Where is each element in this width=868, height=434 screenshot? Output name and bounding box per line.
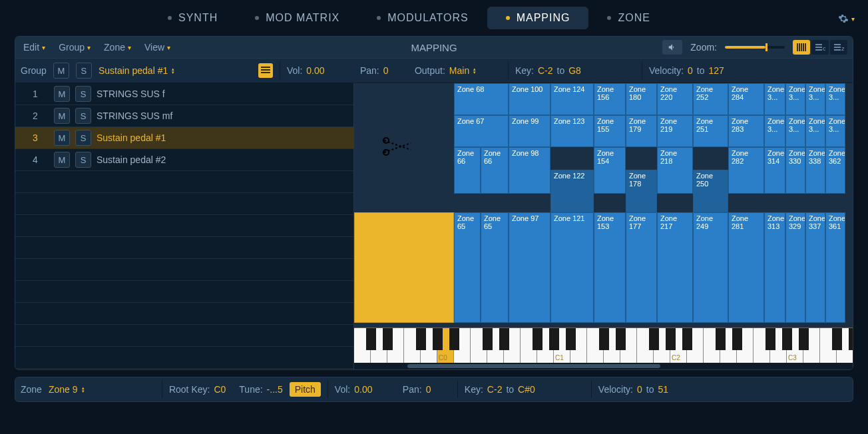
zone-cell[interactable]: Zone 220 xyxy=(657,83,693,115)
group-solo-button[interactable]: S xyxy=(76,63,92,79)
zone-cell[interactable]: Zone 100 xyxy=(509,83,550,115)
zone-cell[interactable]: Zone 337 xyxy=(805,212,825,323)
menu-edit[interactable]: Edit▾ xyxy=(21,41,48,54)
tab-synth[interactable]: SYNTH xyxy=(149,7,236,29)
zone-cell[interactable]: Zone 281 xyxy=(728,212,764,323)
black-key[interactable] xyxy=(533,328,542,350)
zone-key-hi[interactable]: C#0 xyxy=(518,384,535,395)
zone-grid[interactable]: Zone 68Zone 100Zone 124Zone 156Zone 180Z… xyxy=(354,83,853,327)
zone-cell[interactable]: Zone 314 xyxy=(764,147,785,194)
black-key[interactable] xyxy=(666,328,676,350)
group-name-dropdown[interactable]: Sustain pedal #1 ▴▾ xyxy=(99,65,252,76)
black-key[interactable] xyxy=(849,328,854,350)
group-list-row[interactable]: 2 M S STRINGS SUS mf xyxy=(15,105,353,127)
zone-cell[interactable]: Zone 249 xyxy=(693,212,728,323)
group-list-row[interactable]: 4 M S Sustain pedal #2 xyxy=(15,149,353,171)
zone-vel-lo[interactable]: 0 xyxy=(637,384,642,395)
zone-cell[interactable]: Zone 67 xyxy=(454,115,509,147)
zone-cell[interactable]: Zone 3... xyxy=(785,83,805,115)
black-key[interactable] xyxy=(732,328,742,350)
tab-mod-matrix[interactable]: MOD MATRIX xyxy=(236,7,358,29)
black-key[interactable] xyxy=(799,328,809,350)
zone-cell[interactable]: Zone 3... xyxy=(764,83,785,115)
menu-group[interactable]: Group▾ xyxy=(56,41,93,54)
group-output[interactable]: Main xyxy=(449,65,469,76)
row-mute-button[interactable]: M xyxy=(54,152,70,168)
zone-cell[interactable]: Zone 121 xyxy=(550,212,594,323)
zone-cell[interactable]: Zone 68 xyxy=(454,83,509,115)
zone-cell[interactable]: Zone 66 xyxy=(481,147,509,194)
menu-zone[interactable]: Zone▾ xyxy=(101,41,134,54)
zone-cell[interactable]: Zone 66 xyxy=(454,147,481,194)
group-list-button[interactable] xyxy=(258,63,273,78)
zone-cell[interactable]: Zone 284 xyxy=(728,83,764,115)
zone-cell[interactable]: Zone 3... xyxy=(825,83,845,115)
group-volume[interactable]: 0.00 xyxy=(306,65,324,76)
black-key[interactable] xyxy=(616,328,626,350)
row-mute-button[interactable]: M xyxy=(54,108,70,124)
zone-cell[interactable]: Zone 3... xyxy=(825,115,845,147)
black-key[interactable] xyxy=(383,328,393,350)
zone-cell[interactable]: Zone 123 xyxy=(550,115,594,147)
view-mode-zone-list[interactable]: Z xyxy=(830,40,847,55)
zone-cell[interactable]: Zone 361 xyxy=(825,212,845,323)
zone-cell[interactable]: Zone 330 xyxy=(785,147,805,194)
zone-volume[interactable]: 0.00 xyxy=(354,384,372,395)
tab-modulators[interactable]: MODULATORS xyxy=(358,7,487,29)
zone-rootkey[interactable]: C0 xyxy=(214,384,226,395)
zone-cell[interactable]: Zone 250 xyxy=(693,170,728,212)
black-key[interactable] xyxy=(566,328,576,350)
tab-zone[interactable]: ZONE xyxy=(588,7,668,29)
tab-mapping[interactable]: MAPPING xyxy=(487,7,589,29)
zone-cell[interactable]: Zone 97 xyxy=(509,212,550,323)
zone-cell[interactable]: Zone 252 xyxy=(693,83,728,115)
black-key[interactable] xyxy=(449,328,459,350)
zoom-slider[interactable] xyxy=(725,46,785,49)
zone-pan[interactable]: 0 xyxy=(426,384,431,395)
black-key[interactable] xyxy=(416,328,426,350)
zone-cell[interactable]: Zone 3... xyxy=(805,115,825,147)
zone-cell[interactable]: Zone 218 xyxy=(657,147,693,194)
black-key[interactable] xyxy=(682,328,692,350)
black-key[interactable] xyxy=(433,328,443,350)
zone-cell[interactable]: Zone 283 xyxy=(728,115,764,147)
pitch-button[interactable]: Pitch xyxy=(290,382,321,397)
row-solo-button[interactable]: S xyxy=(75,86,91,102)
zone-cell[interactable]: Zone 313 xyxy=(764,212,785,323)
row-mute-button[interactable]: M xyxy=(54,130,70,146)
row-solo-button[interactable]: S xyxy=(75,152,91,168)
zone-cell[interactable]: Zone 154 xyxy=(594,147,626,194)
zone-cell[interactable]: Zone 124 xyxy=(550,83,594,115)
zone-cell[interactable]: Zone 217 xyxy=(657,212,693,323)
zone-vel-hi[interactable]: 51 xyxy=(658,384,668,395)
zone-cell[interactable]: Zone 3... xyxy=(785,115,805,147)
zone-cell[interactable]: Zone 251 xyxy=(693,115,728,147)
black-key[interactable] xyxy=(765,328,775,350)
zone-cell[interactable]: Zone 65 xyxy=(481,212,509,323)
black-key[interactable] xyxy=(483,328,493,350)
zone-cell[interactable]: Zone 362 xyxy=(825,147,845,194)
zone-cell[interactable]: Zone 156 xyxy=(594,83,626,115)
group-vel-hi[interactable]: 127 xyxy=(709,65,724,76)
group-pan[interactable]: 0 xyxy=(383,65,389,76)
preview-speaker-button[interactable] xyxy=(662,40,682,55)
zone-cell[interactable]: Zone 153 xyxy=(594,212,626,323)
row-solo-button[interactable]: S xyxy=(75,108,91,124)
zone-cell[interactable]: Zone 155 xyxy=(594,115,626,147)
black-key[interactable] xyxy=(782,328,792,350)
zone-cell[interactable]: Zone 122 xyxy=(550,170,594,212)
zone-cell[interactable]: Zone 180 xyxy=(626,83,657,115)
settings-menu[interactable]: ▾ xyxy=(838,13,855,24)
group-list-row[interactable]: 1 M S STRINGS SUS f xyxy=(15,83,353,105)
group-key-lo[interactable]: C-2 xyxy=(538,65,553,76)
zone-tune[interactable]: -...5 xyxy=(267,384,283,395)
black-key[interactable] xyxy=(549,328,559,350)
zone-cell[interactable] xyxy=(354,212,454,323)
zone-cell[interactable]: Zone 3... xyxy=(764,115,785,147)
black-key[interactable] xyxy=(599,328,609,350)
row-mute-button[interactable]: M xyxy=(54,86,70,102)
keyboard[interactable]: C0C1C2C3 xyxy=(354,327,853,363)
zone-cell[interactable]: Zone 65 xyxy=(454,212,481,323)
group-vel-lo[interactable]: 0 xyxy=(688,65,693,76)
zone-cell[interactable]: Zone 98 xyxy=(509,147,550,194)
